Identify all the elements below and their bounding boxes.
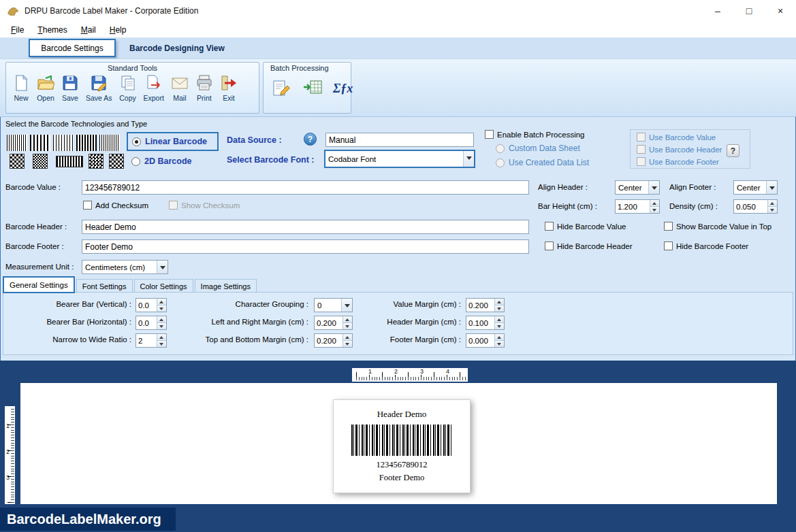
bar-height-spinner[interactable]: 1.200 [615,199,660,214]
character-grouping-value: 0 [315,299,341,312]
ruler-ticks [6,408,14,503]
close-button[interactable]: × [765,0,796,22]
density-spinner[interactable]: 0.050 [733,199,778,214]
export-excel-button[interactable] [302,79,323,98]
maximize-button[interactable]: □ [733,0,765,22]
barcode-header-input[interactable] [82,220,529,234]
bearer-horizontal-spinner[interactable]: 0.0 [136,316,167,330]
hide-barcode-value-checkbox[interactable]: Hide Barcode Value [545,222,626,231]
spinner-buttons[interactable] [157,299,166,312]
export-button[interactable]: Export [140,74,168,102]
spinner-buttons[interactable] [494,299,504,312]
batch-help-button[interactable]: ? [727,144,739,157]
bearer-vertical-label: Bearer Bar (Vertical) : [7,300,131,308]
tool-label: Save [62,94,78,102]
new-button[interactable]: New [9,74,33,102]
barcode-label-preview[interactable]: Header Demo 123456789012 Footer Demo [333,399,471,493]
character-grouping-select[interactable]: 0 [314,298,353,312]
show-checksum-checkbox[interactable]: Show Checksum [169,201,240,210]
tab-general-settings[interactable]: General Settings [3,276,75,293]
use-barcode-header-checkbox[interactable]: Use Barcode Header [637,145,722,154]
hide-barcode-header-checkbox[interactable]: Hide Barcode Header [545,242,633,250]
checkbox-label: Use Barcode Footer [649,158,719,166]
menu-themes[interactable]: Themes [31,24,74,36]
show-barcode-value-in-top-checkbox[interactable]: Show Barcode Value in Top [664,222,771,231]
save-as-button[interactable]: Save As [82,74,116,102]
standard-tools-label: Standard Tools [6,64,259,72]
narrow-wide-ratio-spinner[interactable]: 2 [136,333,167,348]
tab-barcode-settings[interactable]: Barcode Settings [29,39,116,57]
chevron-down-icon [341,299,352,312]
pdf417-sample-icon [56,156,83,167]
enable-batch-processing-checkbox[interactable]: Enable Batch Processing [485,130,585,139]
use-barcode-footer-checkbox[interactable]: Use Barcode Footer [637,157,719,166]
align-footer-value: Center [734,181,766,194]
align-footer-select[interactable]: Center [733,180,778,195]
custom-data-sheet-radio[interactable]: Custom Data Sheet [496,144,580,153]
tool-label: Save As [86,94,112,102]
data-source-input[interactable] [325,133,474,147]
tab-color-settings[interactable]: Color Settings [134,279,193,293]
checkbox-label: Use Barcode Value [649,133,716,142]
exit-button[interactable]: Exit [217,74,241,102]
use-barcode-value-checkbox[interactable]: Use Barcode Value [637,133,716,142]
edit-data-sheet-button[interactable] [272,79,292,98]
value-margin-spinner[interactable]: 0.200 [466,298,505,312]
align-header-value: Center [616,181,648,194]
checkbox-label: Use Barcode Header [649,146,722,154]
radio-label: Linear Barcode [145,137,207,146]
checkbox-box [637,133,646,142]
align-footer-label: Align Footer : [669,183,716,191]
linear-barcode-radio[interactable]: Linear Barcode [132,137,207,146]
tab-font-settings[interactable]: Font Settings [76,279,133,293]
add-checksum-checkbox[interactable]: Add Checksum [83,201,148,210]
footer-margin-value: 0.000 [466,334,494,347]
spinner-buttons[interactable] [343,334,352,347]
tab-barcode-designing-view[interactable]: Barcode Designing View [129,37,225,59]
spinner-buttons[interactable] [494,334,504,347]
save-button[interactable]: Save [58,74,82,102]
barcode-footer-input[interactable] [82,239,529,254]
copy-pages-icon [119,74,137,92]
mail-button[interactable]: Mail [168,74,192,102]
measurement-unit-select[interactable]: Centimeters (cm) [82,260,168,274]
tab-image-settings[interactable]: Image Settings [195,279,257,293]
spinner-buttons[interactable] [157,334,166,347]
narrow-wide-ratio-value: 2 [136,334,157,347]
barcode-font-select[interactable]: Codabar Font [325,151,474,167]
header-margin-spinner[interactable]: 0.100 [466,316,505,330]
footer-margin-spinner[interactable]: 0.000 [466,333,505,348]
spinner-buttons[interactable] [343,316,352,329]
data-source-help-button[interactable]: ? [304,133,317,146]
top-bottom-margin-value: 0.200 [315,334,343,347]
checkbox-label: Hide Barcode Footer [676,242,748,250]
print-button[interactable]: Print [192,74,217,102]
formula-sigma-fx-button[interactable]: Σƒx [333,79,353,98]
app-logo-icon [7,5,19,17]
2d-barcode-radio[interactable]: 2D Barcode [131,156,191,166]
bearer-horizontal-label: Bearer Bar (Horizontal) : [7,318,131,326]
radio-circle [131,157,140,166]
open-button[interactable]: Open [33,74,58,102]
spinner-buttons[interactable] [494,316,504,329]
menu-file[interactable]: File [4,24,31,36]
menu-help[interactable]: Help [103,24,133,36]
menu-mail[interactable]: Mail [74,24,103,36]
hide-barcode-footer-checkbox[interactable]: Hide Barcode Footer [664,242,748,250]
align-header-select[interactable]: Center [615,180,660,195]
batch-processing-group: Batch Processing Σƒx [263,62,351,114]
barcode-font-highlight: Codabar Font [324,150,475,168]
copy-button[interactable]: Copy [116,74,140,102]
minimize-button[interactable]: – [702,0,733,22]
spinner-buttons[interactable] [157,316,166,329]
bearer-vertical-spinner[interactable]: 0.0 [136,298,167,312]
spinner-buttons[interactable] [650,200,659,213]
2d-barcode-sample-icon [10,154,25,169]
ruler-ticks [356,372,466,380]
top-bottom-margin-spinner[interactable]: 0.200 [314,333,353,348]
use-created-data-list-radio[interactable]: Use Created Data List [496,158,589,167]
vertical-ruler: 1 2 3 [5,406,15,504]
left-right-margin-spinner[interactable]: 0.200 [314,316,353,330]
spinner-buttons[interactable] [767,200,777,213]
barcode-value-input[interactable] [82,180,529,195]
